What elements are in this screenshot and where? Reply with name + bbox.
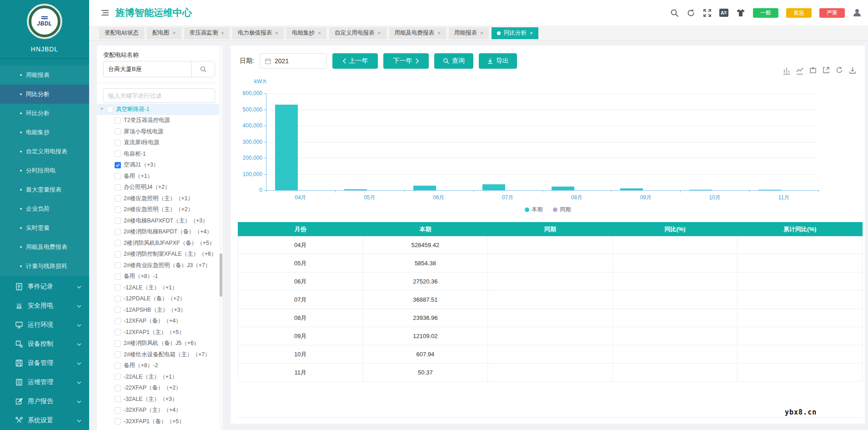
sidebar-item-企业负荷[interactable]: 企业负荷	[0, 199, 89, 218]
tree-checkbox[interactable]	[115, 273, 121, 280]
tree-checkbox[interactable]	[115, 229, 121, 235]
sidebar-item-用能报表[interactable]: 用能报表	[0, 66, 89, 85]
tab-同比分析[interactable]: 同比分析×	[492, 27, 538, 39]
bar-本期-05月[interactable]	[344, 189, 367, 190]
tree-filter-input[interactable]	[103, 88, 215, 103]
tree-node[interactable]: 备用（+1）	[97, 171, 220, 182]
download-icon[interactable]	[848, 66, 858, 76]
tree-node[interactable]: 直流屏I段电源	[97, 137, 220, 149]
tree-checkbox[interactable]	[107, 106, 113, 112]
date-input[interactable]: 2021	[260, 53, 327, 69]
tree-checkbox[interactable]	[115, 184, 121, 191]
tree-checkbox[interactable]	[115, 162, 121, 168]
tree-checkbox[interactable]	[115, 262, 121, 268]
export-button[interactable]: 导出	[479, 53, 517, 69]
sidebar-item-用能及电费报表[interactable]: 用能及电费报表	[0, 238, 89, 257]
tree-node[interactable]: 2#楼应急照明（主）（+2）	[97, 204, 220, 216]
tree-checkbox[interactable]	[115, 240, 121, 246]
tree-node[interactable]: 2#楼应急照明（主）（+1）	[97, 193, 220, 204]
tree-checkbox[interactable]	[115, 195, 121, 202]
theme-icon[interactable]	[736, 9, 745, 17]
tab-close-icon[interactable]: ×	[378, 30, 381, 36]
tab-电力极值报表[interactable]: 电力极值报表×	[232, 27, 284, 39]
tree-scrollbar[interactable]	[219, 46, 223, 430]
alarm-badge-critical[interactable]: 严重	[819, 8, 845, 18]
fullscreen-icon[interactable]	[703, 9, 712, 17]
tree-node[interactable]: 2楼消防风机BJFAPXF（备）（+5）	[97, 238, 220, 249]
tree-node[interactable]: 备用（+8）-1	[97, 271, 220, 283]
sidebar-item-分时段用电[interactable]: 分时段用电	[0, 161, 89, 180]
tree-node[interactable]: -22ALE（主）（+1）	[97, 371, 220, 383]
tree-node[interactable]: 2#楼给水设备配电箱（主）（+7）	[97, 349, 220, 360]
tree-node[interactable]: 屏顶小母线电源	[97, 126, 220, 137]
data-zoom-icon[interactable]	[809, 66, 818, 76]
tab-close-icon[interactable]: ×	[173, 30, 176, 36]
tree-node[interactable]: 办公照明J4（+2）	[97, 182, 220, 193]
bar-本期-07月[interactable]	[482, 184, 505, 190]
bar-本期-06月[interactable]	[413, 186, 436, 190]
tree-checkbox[interactable]	[115, 173, 121, 179]
query-button[interactable]: 查询	[434, 53, 473, 69]
tree-node[interactable]: -32XFAP（主）（+4）	[97, 405, 220, 416]
tree-node[interactable]: -12APSHB（主）（+3）	[97, 304, 220, 316]
tab-close-icon[interactable]: ×	[318, 30, 321, 36]
sidebar-item-最大需量报表[interactable]: 最大需量报表	[0, 180, 89, 199]
tree-node[interactable]: -22XFAP（备）（+2）	[97, 383, 220, 394]
sidebar-group-运行环境[interactable]: 运行环境	[0, 315, 89, 334]
tab-close-icon[interactable]: ×	[530, 30, 533, 36]
sidebar-item-同比分析[interactable]: 同比分析	[0, 85, 89, 104]
tree-checkbox[interactable]	[115, 151, 121, 157]
tree-checkbox[interactable]	[115, 396, 121, 402]
tab-电能集抄[interactable]: 电能集抄×	[286, 27, 326, 39]
tree-checkbox[interactable]	[115, 318, 121, 324]
tree-checkbox[interactable]	[115, 296, 121, 302]
tree-checkbox[interactable]	[115, 407, 121, 414]
sidebar-group-设备控制[interactable]: 设备控制	[0, 334, 89, 354]
sidebar-group-安全用电[interactable]: 安全用电	[0, 296, 89, 315]
bar-switch-icon[interactable]	[783, 66, 792, 76]
tree-node[interactable]: -12ALE（主）（+1）	[97, 282, 220, 293]
tab-close-icon[interactable]: ×	[437, 30, 441, 36]
user-icon[interactable]	[853, 8, 862, 17]
tree-node[interactable]: 真空断路器-1	[97, 104, 220, 115]
tree-node[interactable]: 2#楼电梯BAPXFDT（主）（+3）	[97, 215, 220, 227]
sidebar-item-电能集抄[interactable]: 电能集抄	[0, 123, 89, 142]
bar-本期-11月[interactable]	[758, 190, 781, 190]
tree-checkbox[interactable]	[115, 251, 121, 258]
tree-node[interactable]: -12XFAP（备）（+4）	[97, 316, 220, 327]
tree-checkbox[interactable]	[115, 363, 121, 369]
tree-checkbox[interactable]	[115, 140, 121, 146]
tree-node[interactable]: -32ALE（主）（+3）	[97, 394, 220, 405]
tab-配电图[interactable]: 配电图×	[147, 27, 181, 39]
tab-用能及电费报表[interactable]: 用能及电费报表×	[389, 27, 447, 39]
tree-checkbox[interactable]	[115, 128, 121, 135]
tree-node[interactable]: 2#楼消防风机（备）J5（+6）	[97, 338, 220, 349]
alarm-badge-normal[interactable]: 一般	[753, 8, 778, 18]
tree-checkbox[interactable]	[115, 117, 121, 124]
alarm-badge-urgent[interactable]: 紧急	[786, 8, 812, 18]
tree-node[interactable]: -12XFAP1（主）（+5）	[97, 327, 220, 338]
sidebar-group-用户报告[interactable]: 用户报告	[0, 392, 89, 411]
tree-scrollbar-thumb[interactable]	[220, 253, 222, 297]
bar-本期-04月[interactable]	[275, 105, 298, 190]
tree-checkbox[interactable]	[115, 284, 121, 291]
next-year-button[interactable]: 下一年	[383, 53, 429, 69]
tree-checkbox[interactable]	[115, 351, 121, 358]
tree-node[interactable]: 2#楼消防电梯BAPDT（备）（+4）	[97, 227, 220, 238]
restore-icon[interactable]	[835, 66, 844, 76]
menu-collapse-icon[interactable]	[101, 9, 109, 19]
tab-close-icon[interactable]: ×	[221, 30, 224, 36]
tree-node[interactable]: 备用（+8）-2	[97, 360, 220, 372]
line-switch-icon[interactable]	[796, 66, 805, 76]
sidebar-group-运维管理[interactable]: 运维管理	[0, 373, 89, 392]
tab-close-icon[interactable]: ×	[275, 30, 278, 36]
tab-变压器监测[interactable]: 变压器监测×	[184, 27, 230, 39]
sidebar-item-自定义用电报表[interactable]: 自定义用电报表	[0, 142, 89, 161]
prev-year-button[interactable]: 上一年	[332, 53, 378, 69]
tab-close-icon[interactable]: ×	[480, 30, 483, 36]
bar-本期-09月[interactable]	[620, 188, 643, 190]
legend-item-同期[interactable]: 同期	[553, 206, 571, 213]
tree-node[interactable]: -32XFAP1（备）（+5）	[97, 416, 220, 427]
tree-checkbox[interactable]	[115, 307, 121, 313]
tab-用能报表[interactable]: 用能报表×	[449, 27, 489, 39]
